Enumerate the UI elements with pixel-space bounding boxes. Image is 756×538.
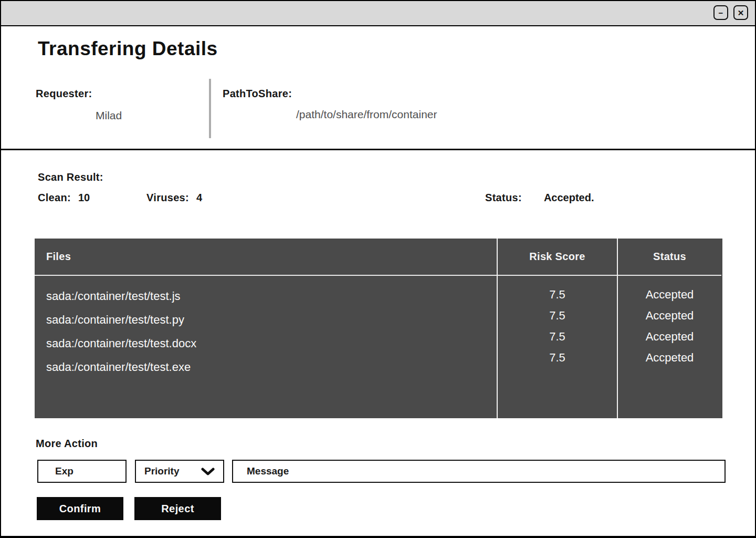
- close-button[interactable]: ✕: [733, 5, 748, 20]
- window-titlebar: − ✕: [1, 1, 755, 26]
- message-input-field[interactable]: [247, 461, 724, 482]
- status-column-header: Status: [618, 239, 721, 276]
- table-row-status: Accpeted: [618, 347, 721, 368]
- exp-input-field[interactable]: [55, 461, 125, 482]
- table-row-file[interactable]: sada:/container/test/test.js: [35, 284, 497, 308]
- viruses-value: 4: [196, 192, 202, 204]
- table-row-risk: 7.5: [498, 326, 617, 347]
- table-row-file[interactable]: sada:/container/test/test.exe: [35, 355, 497, 379]
- section-divider: [1, 149, 755, 150]
- chevron-down-icon: [201, 468, 215, 475]
- table-row-risk: 7.5: [498, 347, 617, 368]
- vertical-divider: [209, 79, 211, 138]
- clean-count: Clean: 10: [38, 192, 90, 204]
- table-row-status: Accepted: [618, 305, 721, 326]
- requester-label: Requester:: [36, 88, 92, 99]
- path-to-share-block: PathToShare: /path/to/share/from/contain…: [223, 88, 590, 121]
- files-column-header: Files: [35, 239, 497, 276]
- exp-input[interactable]: [37, 460, 127, 483]
- close-icon: ✕: [738, 9, 744, 17]
- viruses-count: Viruses: 4: [146, 192, 202, 204]
- reject-button[interactable]: Reject: [134, 497, 221, 520]
- files-table: Files sada:/container/test/test.js sada:…: [35, 239, 722, 418]
- minimize-button[interactable]: −: [713, 5, 728, 20]
- confirm-button[interactable]: Confirm: [37, 497, 123, 520]
- more-action-label: More Action: [36, 438, 98, 450]
- status-label: Status:: [485, 192, 522, 204]
- priority-dropdown-label: Priority: [144, 465, 180, 477]
- scan-result-label: Scan Result:: [38, 171, 103, 183]
- path-to-share-value: /path/to/share/from/container: [296, 108, 590, 121]
- status-column: Status Accepted Accepted Accepted Accpet…: [617, 239, 721, 418]
- table-row-file[interactable]: sada:/container/test/test.py: [35, 308, 497, 332]
- viruses-label: Viruses:: [146, 192, 189, 204]
- path-to-share-label: PathToShare:: [223, 88, 292, 99]
- page-title: Transfering Details: [38, 38, 218, 60]
- table-row-status: Accepted: [618, 284, 721, 305]
- priority-dropdown[interactable]: Priority: [135, 460, 224, 483]
- status-summary: Status: Accepted.: [485, 192, 594, 204]
- requester-value: Milad: [96, 109, 193, 122]
- risk-score-column-header: Risk Score: [498, 239, 617, 276]
- scan-summary-row: Clean: 10 Viruses: 4 Status: Accepted.: [38, 192, 720, 206]
- requester-block: Requester: Milad: [36, 88, 193, 122]
- risk-score-column: Risk Score 7.5 7.5 7.5 7.5: [497, 239, 617, 418]
- minimize-icon: −: [719, 9, 723, 17]
- message-input[interactable]: [232, 460, 726, 483]
- table-row-risk: 7.5: [498, 305, 617, 326]
- clean-label: Clean:: [38, 192, 71, 204]
- table-row-status: Accepted: [618, 326, 721, 347]
- status-value: Accepted.: [544, 192, 594, 204]
- files-column: Files sada:/container/test/test.js sada:…: [35, 239, 497, 418]
- table-row-risk: 7.5: [498, 284, 617, 305]
- window-controls: − ✕: [713, 5, 748, 20]
- clean-value: 10: [78, 192, 90, 204]
- transfer-details-window: − ✕ Transfering Details Requester: Milad…: [0, 0, 756, 538]
- table-row-file[interactable]: sada:/container/test/test.docx: [35, 332, 497, 355]
